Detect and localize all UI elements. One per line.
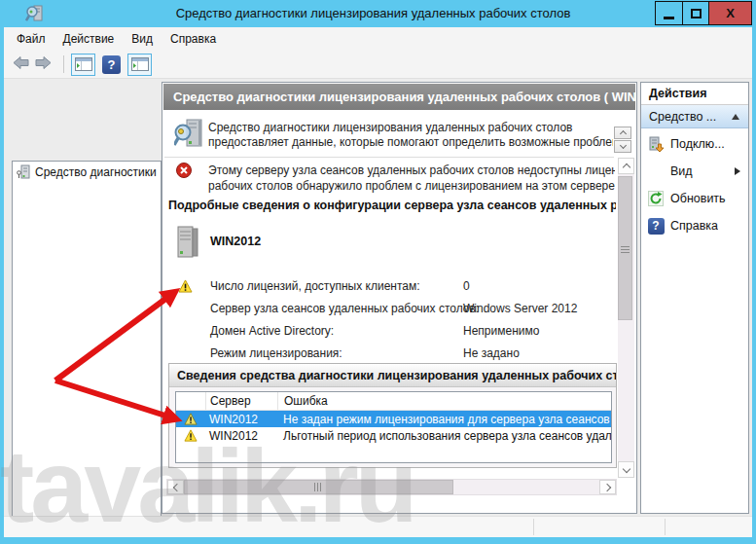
window-title: Средство диагностики лицензирования удал… [117,6,630,20]
action-pane-icon [131,57,149,71]
tree-root-label: Средство диагностики [35,165,157,179]
menu-bar: Файл Действие Вид Справка [4,27,752,51]
row-server-cell: WIN2012 [205,413,277,426]
diagnoser-info-groupbox: Сведения средства диагностики лицензиров… [168,363,617,468]
detail-row-licensing-mode: Режим лицензирования: Не задано [162,346,620,362]
submenu-arrow-icon [735,167,740,175]
detail-row-licenses: Число лицензий, доступных клиентам: 0 [162,279,620,295]
close-button[interactable]: X [708,1,752,25]
scroll-thumb[interactable] [618,176,632,320]
error-line1: Этому серверу узла сеансов удаленных раб… [208,163,615,178]
detail-value: Не задано [463,346,520,360]
menu-view[interactable]: Вид [123,29,162,49]
action-refresh-label: Обновить [670,192,726,205]
chevron-left-icon [172,483,180,490]
action-help[interactable]: ? Справка [641,214,748,237]
toolbar: ? [4,51,752,79]
row-error-cell: Не задан режим лицензирования для сервер… [277,413,611,426]
warning-icon [176,413,205,425]
minimize-icon [664,17,674,19]
license-error-message: Этому серверу узла сеансов удаленных раб… [208,163,615,194]
toolbar-separator [63,55,64,73]
menu-file[interactable]: Файл [8,29,54,49]
help-icon: ? [647,218,665,235]
app-window: Средство диагностики лицензирования удал… [0,0,756,544]
detail-value: Windows Server 2012 [463,302,577,315]
scroll-right-button[interactable] [599,480,616,494]
divider [164,157,614,158]
content-horizontal-scrollbar [166,479,617,495]
detail-row-ad-domain: Домен Active Directory: Неприменимо [162,324,620,340]
scroll-thumb[interactable] [184,480,453,494]
table-row[interactable]: WIN2012 Не задан режим лицензирования дл… [176,411,611,427]
actions-header: Действия [641,83,748,105]
action-connect[interactable]: Подклю... [641,132,748,156]
scroll-down-button[interactable] [618,461,634,478]
content-vertical-scrollbar [618,158,634,478]
warning-icon [176,429,205,442]
actions-pane: Действия Средство ... Подклю... [640,82,749,514]
chevron-up-icon [619,130,626,137]
minimize-button[interactable] [655,1,683,25]
detail-row-host-server: Сервер узла сеансов удаленных рабочих ст… [162,302,620,317]
thumb-grip [621,244,630,253]
action-view-label: Вид [670,164,693,178]
detail-value: Неприменимо [463,324,539,338]
refresh-icon [647,191,665,206]
status-divider [665,519,666,535]
window-frame-bottom [0,537,756,544]
show-action-pane-button[interactable] [127,54,152,76]
action-help-label: Справка [670,219,718,233]
maximize-icon [691,9,702,18]
title-bar: Средство диагностики лицензирования удал… [0,0,756,27]
description-line1: Средство диагностики лицензирования удал… [208,121,613,135]
toolbar-help-button[interactable]: ? [102,55,121,74]
show-console-tree-button[interactable] [71,54,95,76]
results-pane: Средство диагностики лицензирования удал… [162,82,637,514]
menu-help[interactable]: Справка [162,29,225,49]
server-icon [175,225,200,264]
status-divider [533,519,534,535]
workspace: Средство диагностики Средство диагностик… [4,79,752,516]
warning-icon [178,279,193,296]
table-header-row: Сервер Ошибка [176,392,611,411]
description-line2: предоставляет данные, которые помогают о… [208,135,613,150]
detail-label: Сервер узла сеансов удаленных рабочих ст… [210,302,479,315]
maximize-button[interactable] [682,1,709,25]
error-icon [176,163,192,182]
action-refresh[interactable]: Обновить [641,187,748,210]
spinner-down-button[interactable] [614,140,631,153]
server-name: WIN2012 [210,235,261,248]
error-column-header[interactable]: Ошибка [277,392,611,410]
row-error-cell: Льготный период использования сервера уз… [277,429,611,443]
chevron-down-icon [622,464,630,472]
table-row[interactable]: WIN2012 Льготный период использования се… [176,427,611,444]
diagnoser-node-icon [17,164,31,180]
action-connect-label: Подклю... [670,137,725,151]
connect-icon [647,136,665,153]
scroll-left-button[interactable] [167,480,184,494]
actions-group-header[interactable]: Средство ... [641,105,748,128]
window-controls: X [656,1,752,25]
console-tree-panel: Средство диагностики [12,161,162,544]
action-view[interactable]: Вид [641,160,748,183]
spinner-up-button[interactable] [614,127,631,139]
server-column-header[interactable]: Сервер [205,392,277,410]
actions-group-label: Средство ... [649,110,716,124]
chevron-up-icon [622,163,630,170]
scroll-track[interactable] [184,480,599,494]
menu-action[interactable]: Действие [54,29,124,49]
back-button[interactable] [12,55,30,74]
diagnoser-description: Средство диагностики лицензирования удал… [208,121,613,150]
errors-table: Сервер Ошибка WIN2012 Не задан режим лиц… [175,391,612,463]
tree-root-item[interactable]: Средство диагностики [13,162,161,182]
description-spinner [614,127,631,154]
error-line2: рабочих столов обнаружило проблем с лице… [208,178,615,194]
collapse-icon[interactable] [732,114,739,120]
chevron-right-icon [602,483,610,490]
row-server-cell: WIN2012 [205,429,277,443]
diagnoser-icon [174,118,205,155]
forward-button[interactable] [34,55,53,74]
scroll-up-button[interactable] [618,158,634,174]
scroll-track[interactable] [618,174,634,461]
